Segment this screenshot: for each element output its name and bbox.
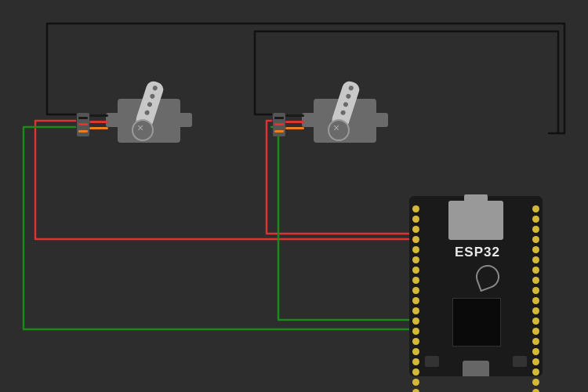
esp32-board: ESP32 — [409, 196, 543, 376]
servo-1 — [94, 85, 204, 147]
esp32-pin — [532, 256, 539, 263]
esp32-pin — [412, 205, 419, 212]
esp32-pin — [412, 216, 419, 223]
servo-2 — [290, 85, 400, 147]
esp32-pin — [532, 389, 539, 392]
esp32-pin — [532, 297, 539, 304]
esp32-pin — [412, 287, 419, 294]
esp32-pin — [532, 226, 539, 233]
esp32-pin — [412, 368, 419, 376]
servo-connector — [273, 113, 285, 136]
esp32-pin — [412, 267, 419, 274]
esp32-pin — [532, 328, 539, 335]
esp32-pin — [412, 358, 419, 365]
esp32-usb-port-icon — [463, 361, 489, 376]
esp32-pin — [532, 338, 539, 345]
servo-hub-icon — [328, 119, 350, 141]
esp32-pin — [412, 277, 419, 284]
esp32-pin — [532, 358, 539, 365]
esp32-chip-icon — [452, 298, 501, 347]
esp32-pin — [532, 287, 539, 294]
wire-servo1-sig-to-esp32-gpio_a — [24, 127, 409, 329]
esp32-pin — [532, 277, 539, 284]
esp32-pin — [412, 318, 419, 325]
esp32-pin — [412, 379, 419, 386]
servo-leads — [285, 114, 304, 132]
esp32-pin — [532, 267, 539, 274]
esp32-pin — [412, 338, 419, 345]
esp32-label: ESP32 — [455, 245, 500, 260]
esp32-header-right — [532, 205, 539, 392]
esp32-pin — [412, 226, 419, 233]
esp32-rf-shield — [448, 201, 503, 240]
esp32-button-en — [425, 356, 439, 367]
servo-leads — [89, 114, 108, 132]
esp32-pin — [412, 307, 419, 314]
esp32-header-left — [412, 205, 419, 392]
servo-hub-icon — [132, 119, 154, 141]
esp32-pin — [532, 216, 539, 223]
esp32-pin — [532, 246, 539, 253]
esp32-pin — [532, 318, 539, 325]
esp32-pin — [412, 246, 419, 253]
wire-servo2-sig-to-esp32-gpio_b — [271, 127, 409, 320]
esp32-pin — [532, 368, 539, 376]
esp32-pin — [532, 307, 539, 314]
espressif-logo-icon — [473, 262, 503, 292]
esp32-pin — [412, 348, 419, 355]
esp32-pin — [412, 328, 419, 335]
esp32-pin — [412, 256, 419, 263]
esp32-pin — [412, 389, 419, 392]
esp32-pin — [532, 236, 539, 243]
esp32-pin — [412, 297, 419, 304]
esp32-button-boot — [513, 356, 527, 367]
esp32-pin — [532, 205, 539, 212]
esp32-pin — [532, 379, 539, 386]
esp32-pin — [532, 348, 539, 355]
wiring-diagram: ESP32 — [0, 0, 588, 392]
esp32-pin — [412, 236, 419, 243]
servo-connector — [77, 113, 89, 136]
